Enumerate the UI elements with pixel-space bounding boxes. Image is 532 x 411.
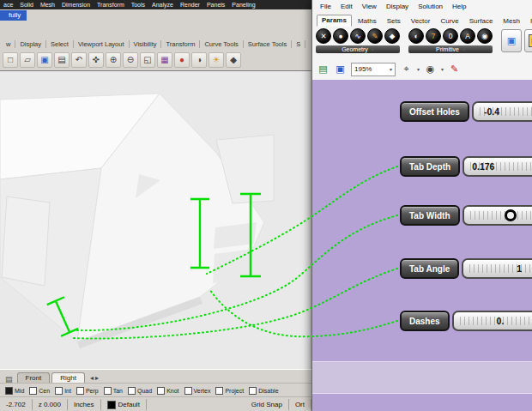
layers-icon[interactable]: ▦ bbox=[157, 52, 172, 68]
menu-item-tools[interactable]: Tools bbox=[131, 2, 145, 8]
toolbar-tab-viewport-layout[interactable]: Viewport Layout bbox=[74, 40, 130, 48]
gh-menu-edit[interactable]: Edit bbox=[341, 3, 353, 10]
image-panel-button[interactable]: ▣ bbox=[501, 29, 522, 52]
checkbox-mid[interactable] bbox=[5, 387, 13, 395]
gh-menu-help[interactable]: Help bbox=[452, 3, 466, 10]
toolbar-tab-transform[interactable]: Transform bbox=[161, 40, 200, 48]
menu-item-paneling[interactable]: Paneling bbox=[232, 2, 255, 8]
osnap-disable[interactable]: Disable bbox=[249, 387, 278, 395]
gh-tab-params[interactable]: Params bbox=[317, 15, 352, 27]
toolbar-tab-w[interactable]: w bbox=[2, 40, 15, 48]
hazard-panel-button[interactable]: ▨ bbox=[524, 29, 532, 52]
slider-label[interactable]: Dashes bbox=[400, 311, 450, 331]
primitive-integer-icon[interactable]: 7 bbox=[426, 28, 441, 44]
geometry-curve-icon[interactable]: ∿ bbox=[350, 28, 366, 44]
slider-track[interactable] bbox=[462, 205, 532, 226]
menu-item-solid[interactable]: Solid bbox=[20, 2, 33, 8]
primitive-text-icon[interactable]: A bbox=[460, 28, 475, 44]
slider-track[interactable]: 1 bbox=[462, 258, 532, 279]
menu-item-render[interactable]: Render bbox=[180, 2, 200, 8]
checkbox-int[interactable] bbox=[55, 387, 63, 395]
osnap-project[interactable]: Project bbox=[215, 387, 244, 395]
toolbar-tab-visibility[interactable]: Visibility bbox=[130, 40, 162, 48]
osnap-cen[interactable]: Cen bbox=[29, 387, 50, 395]
geometry-group-label[interactable]: Geometry ▾ bbox=[316, 45, 400, 53]
save-icon[interactable]: ▣ bbox=[37, 52, 52, 68]
slider-track[interactable]: -0.4 bbox=[472, 101, 532, 122]
zoom-window-icon[interactable]: ◱ bbox=[140, 52, 155, 68]
geometry-circle-icon[interactable]: ● bbox=[333, 28, 348, 44]
open-file-icon[interactable]: ▱ bbox=[20, 52, 35, 68]
zoom-level-combo[interactable]: 195% ▾ bbox=[351, 63, 396, 76]
toolbar-tab-curve-tools[interactable]: Curve Tools bbox=[200, 40, 243, 48]
gh-menu-solution[interactable]: Solution bbox=[418, 3, 443, 10]
toolbar-tab-s[interactable]: S bbox=[292, 40, 305, 48]
primitive-number-icon[interactable]: 0 bbox=[443, 28, 458, 44]
lock-icon[interactable]: ◆ bbox=[226, 52, 241, 68]
menu-item-dimension[interactable]: Dimension bbox=[62, 2, 90, 8]
grasshopper-canvas[interactable]: Offset Holes -0.4 Tab Depth 0.176 Tab Wi… bbox=[312, 80, 532, 411]
new-definition-icon[interactable]: ▤ bbox=[317, 63, 329, 76]
slider-label[interactable]: Tab Depth bbox=[400, 156, 460, 177]
status-ortho-toggle[interactable]: Ort bbox=[289, 399, 311, 410]
slider-tab-angle[interactable]: Tab Angle 1 bbox=[400, 258, 532, 279]
primitive-boolean-icon[interactable]: ◐ bbox=[408, 28, 424, 44]
gh-menu-view[interactable]: View bbox=[362, 3, 377, 10]
slider-grip[interactable] bbox=[505, 209, 517, 221]
slider-track[interactable]: 0. bbox=[452, 311, 532, 331]
osnap-vertex[interactable]: Vertex bbox=[184, 387, 211, 395]
new-file-icon[interactable]: □ bbox=[3, 52, 18, 68]
undo-icon[interactable]: ↶ bbox=[71, 52, 87, 68]
checkbox-cen[interactable] bbox=[29, 387, 37, 395]
osnap-mid[interactable]: Mid bbox=[5, 387, 24, 395]
checkbox-perp[interactable] bbox=[76, 387, 84, 395]
slider-dashes[interactable]: Dashes 0. bbox=[400, 311, 532, 331]
toolbar-tab-surface-tools[interactable]: Surface Tools bbox=[244, 40, 292, 48]
gh-tab-surface[interactable]: Surface bbox=[465, 16, 498, 27]
toolbar-tab-display[interactable]: Display bbox=[15, 40, 46, 48]
checkbox-tan[interactable] bbox=[104, 387, 112, 395]
checkbox-vertex[interactable] bbox=[184, 387, 192, 395]
slider-offset-holes[interactable]: Offset Holes -0.4 bbox=[400, 101, 532, 122]
slider-track[interactable]: 0.176 bbox=[462, 156, 532, 177]
geometry-pencil-icon[interactable]: ✎ bbox=[367, 28, 383, 44]
checkbox-project[interactable] bbox=[215, 387, 223, 395]
gh-tab-curve[interactable]: Curve bbox=[436, 16, 462, 27]
menu-item-analyze[interactable]: Analyze bbox=[152, 2, 173, 8]
slider-tab-width[interactable]: Tab Width bbox=[400, 205, 532, 226]
osnap-tan[interactable]: Tan bbox=[104, 387, 123, 395]
status-layer[interactable]: Default bbox=[101, 399, 147, 410]
osnap-perp[interactable]: Perp bbox=[76, 387, 99, 395]
primitive-group-label[interactable]: Primitive ▾ bbox=[408, 45, 493, 53]
checkbox-knot[interactable] bbox=[157, 387, 165, 395]
osnap-int[interactable]: Int bbox=[55, 387, 71, 395]
checkbox-quad[interactable] bbox=[128, 387, 136, 395]
checkbox-disable[interactable] bbox=[249, 387, 257, 395]
slider-label[interactable]: Tab Angle bbox=[400, 258, 459, 279]
slider-label[interactable]: Offset Holes bbox=[400, 101, 469, 122]
preview-eye-icon[interactable]: ◉ bbox=[424, 63, 437, 76]
layer-color-swatch[interactable] bbox=[107, 401, 116, 409]
car-icon[interactable]: ● bbox=[174, 52, 190, 68]
menu-item-transform[interactable]: Transform bbox=[97, 2, 124, 8]
primitive-colour-icon[interactable]: ◉ bbox=[477, 28, 493, 44]
status-units[interactable]: Inches bbox=[68, 399, 101, 410]
zoom-target-icon[interactable]: ⌖ bbox=[400, 63, 413, 76]
osnap-quad[interactable]: Quad bbox=[128, 387, 152, 395]
gh-tab-intersect[interactable]: I bbox=[526, 16, 532, 27]
pan-hand-icon[interactable]: ✜ bbox=[88, 52, 104, 68]
zoom-in-icon[interactable]: ⊕ bbox=[106, 52, 121, 68]
print-icon[interactable]: ▤ bbox=[54, 52, 70, 68]
toolbar-tab-select[interactable]: Select bbox=[46, 40, 74, 48]
lamp-icon[interactable]: ☀ bbox=[209, 52, 224, 68]
gh-tab-maths[interactable]: Maths bbox=[354, 16, 381, 27]
osnap-knot[interactable]: Knot bbox=[157, 387, 178, 395]
geometry-surface-icon[interactable]: ◆ bbox=[384, 28, 400, 44]
menu-item-mesh[interactable]: Mesh bbox=[40, 2, 55, 8]
slider-tab-depth[interactable]: Tab Depth 0.176 bbox=[400, 156, 532, 177]
sketch-pen-icon[interactable]: ✎ bbox=[448, 63, 461, 76]
status-grid-snap-toggle[interactable]: Grid Snap bbox=[245, 399, 289, 410]
save-definition-icon[interactable]: ▣ bbox=[334, 63, 347, 76]
command-history-area[interactable]: fully bbox=[0, 9, 311, 39]
gh-menu-file[interactable]: File bbox=[320, 3, 331, 10]
